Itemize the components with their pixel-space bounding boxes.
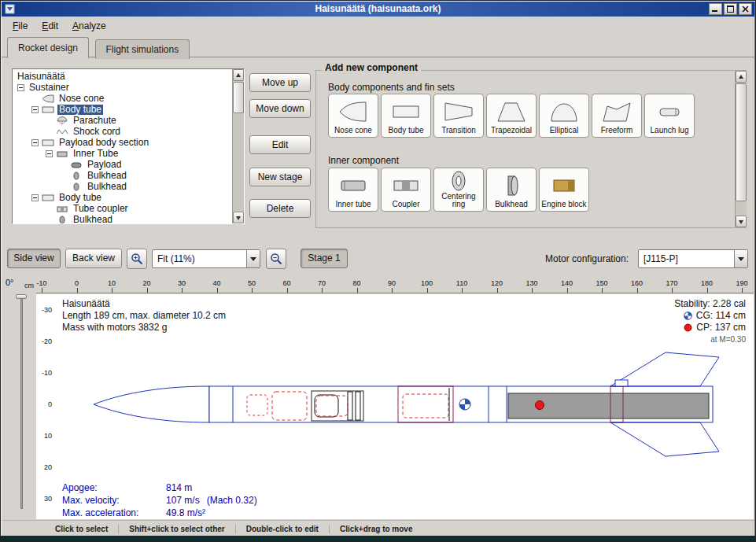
stage-1-toggle[interactable]: Stage 1 bbox=[301, 249, 348, 268]
body-tube-icon bbox=[390, 96, 422, 127]
add-centering-ring-button[interactable]: Centering ring bbox=[433, 168, 484, 212]
zoom-select[interactable]: Fit (11%) bbox=[152, 249, 260, 268]
ruler-tick bbox=[392, 288, 393, 293]
cp-icon bbox=[684, 323, 692, 332]
move-up-button[interactable]: Move up bbox=[249, 73, 311, 92]
velocity-value: 107 m/s bbox=[166, 495, 200, 506]
ruler-tick bbox=[147, 288, 148, 293]
mach-note: at M=0.30 bbox=[710, 334, 746, 345]
add-transition-button[interactable]: Transition bbox=[433, 94, 484, 138]
body-tube-icon bbox=[42, 105, 54, 114]
inner-tube-icon bbox=[337, 170, 369, 201]
add-nose-cone-button[interactable]: Nose cone bbox=[328, 94, 378, 138]
rocket-canvas[interactable]: -30-20-100102030 bbox=[36, 294, 754, 519]
h-ruler-label: 40 bbox=[212, 279, 220, 287]
tree-item-parachute[interactable]: Parachute bbox=[13, 115, 244, 126]
component-label: Inner tube bbox=[335, 201, 371, 209]
collapse-handle-icon[interactable] bbox=[17, 84, 24, 91]
tree-item-body-tube-2[interactable]: Body tube bbox=[13, 192, 244, 203]
add-bulkhead-button[interactable]: Bulkhead bbox=[486, 168, 537, 212]
component-label: Elliptical bbox=[550, 127, 579, 135]
tab-rocket-design[interactable]: Rocket design bbox=[7, 37, 89, 58]
window-bottom-edge bbox=[1, 536, 755, 541]
add-body-tube-button[interactable]: Body tube bbox=[381, 94, 431, 138]
scroll-up-icon[interactable] bbox=[233, 69, 244, 81]
tree-item-payload-body-section[interactable]: Payload body section bbox=[13, 137, 244, 148]
add-coupler-button[interactable]: Coupler bbox=[381, 168, 431, 212]
tube-coupler-icon bbox=[56, 205, 68, 213]
tree-item-inner-tube[interactable]: Inner Tube bbox=[13, 148, 244, 159]
title-bar[interactable]: Haisunäätä (haisunaata.ork) bbox=[2, 2, 754, 17]
add-freeform-fin-button[interactable]: Freeform bbox=[592, 94, 642, 138]
move-down-button[interactable]: Move down bbox=[249, 99, 311, 118]
chevron-down-icon[interactable] bbox=[734, 250, 747, 267]
component-label: Nose cone bbox=[334, 127, 372, 135]
zoom-in-button[interactable] bbox=[127, 249, 147, 269]
scroll-thumb[interactable] bbox=[736, 83, 747, 201]
menu-analyze[interactable]: Analyze bbox=[65, 18, 113, 34]
tree-item-bulkhead[interactable]: Bulkhead bbox=[13, 170, 244, 181]
menu-edit[interactable]: Edit bbox=[35, 18, 65, 34]
delete-button[interactable]: Delete bbox=[249, 199, 311, 218]
tree-item-label: Inner Tube bbox=[72, 149, 120, 159]
tree-item-bulkhead[interactable]: Bulkhead bbox=[13, 181, 244, 192]
add-trapezoidal-fin-button[interactable]: Trapezoidal bbox=[486, 94, 537, 138]
tree-scrollbar[interactable] bbox=[232, 69, 244, 223]
collapse-handle-icon[interactable] bbox=[46, 150, 53, 157]
tree-item-body-tube[interactable]: Body tube bbox=[13, 104, 244, 115]
side-view-button[interactable]: Side view bbox=[7, 249, 61, 268]
add-engine-block-button[interactable]: Engine block bbox=[539, 168, 589, 212]
tree-item-sustainer[interactable]: Sustainer bbox=[13, 82, 244, 93]
new-stage-button[interactable]: New stage bbox=[249, 168, 311, 186]
tree-item-shock-cord[interactable]: Shock cord bbox=[13, 126, 244, 137]
motor-configuration-value: [J115-P] bbox=[639, 250, 734, 267]
bulkhead-icon bbox=[70, 183, 83, 191]
h-ruler-label: 180 bbox=[701, 279, 713, 287]
collapse-handle-icon[interactable] bbox=[31, 194, 39, 201]
menu-file[interactable]: File bbox=[6, 18, 35, 34]
tab-flight-simulations[interactable]: Flight simulations bbox=[95, 39, 190, 59]
collapse-handle-icon[interactable] bbox=[31, 106, 39, 113]
tree-item-tube-coupler[interactable]: Tube coupler bbox=[13, 203, 244, 214]
motor-configuration-select[interactable]: [J115-P] bbox=[638, 249, 748, 268]
h-ruler-label: 160 bbox=[631, 279, 643, 287]
maximize-button[interactable] bbox=[724, 3, 737, 15]
close-button[interactable] bbox=[739, 3, 752, 15]
rocket-dimensions: Length 189 cm, max. diameter 10.2 cm bbox=[62, 310, 226, 322]
component-label: Coupler bbox=[392, 201, 419, 209]
cp-value: CP: 137 cm bbox=[696, 322, 746, 334]
tree-item-nose-cone[interactable]: Nose cone bbox=[13, 93, 244, 104]
zoom-out-button[interactable] bbox=[266, 249, 286, 269]
h-ruler-label: 110 bbox=[456, 279, 467, 287]
tree-item-payload[interactable]: Payload bbox=[13, 159, 244, 170]
scroll-up-icon[interactable] bbox=[736, 71, 747, 83]
minimize-button[interactable] bbox=[709, 3, 722, 15]
add-inner-tube-button[interactable]: Inner tube bbox=[328, 168, 378, 212]
rotation-slider-handle[interactable] bbox=[16, 294, 27, 299]
scroll-down-icon[interactable] bbox=[736, 216, 747, 227]
scroll-thumb[interactable] bbox=[233, 82, 244, 113]
ruler-tick bbox=[322, 288, 323, 293]
add-launch-lug-button[interactable]: Launch lug bbox=[644, 94, 695, 138]
component-tree[interactable]: Haisunäätä Sustainer Nose cone Body tube… bbox=[12, 68, 245, 224]
h-ruler-label: 70 bbox=[318, 279, 326, 287]
body-components-label: Body components and fin sets bbox=[328, 82, 455, 93]
chevron-down-icon[interactable] bbox=[246, 250, 260, 267]
component-panel-scrollbar[interactable] bbox=[735, 71, 747, 227]
tree-item-bulkhead-2[interactable]: Bulkhead bbox=[13, 214, 244, 224]
back-view-button[interactable]: Back view bbox=[65, 249, 122, 268]
window-menu-icon[interactable] bbox=[4, 3, 16, 15]
tree-item-label: Bulkhead bbox=[86, 171, 128, 181]
ruler-tick bbox=[112, 288, 112, 293]
tree-item-rocket[interactable]: Haisunäätä bbox=[13, 71, 244, 82]
freeform-fin-icon bbox=[601, 96, 632, 127]
rotation-slider-track[interactable] bbox=[20, 298, 23, 509]
ruler-tick bbox=[672, 288, 673, 293]
collapse-handle-icon[interactable] bbox=[31, 139, 39, 146]
edit-button[interactable]: Edit bbox=[249, 135, 311, 154]
scroll-down-icon[interactable] bbox=[233, 212, 244, 223]
h-ruler-label: 150 bbox=[596, 279, 607, 287]
acceleration-label: Max. acceleration: bbox=[62, 507, 166, 519]
add-component-title: Add new component bbox=[322, 62, 421, 73]
add-elliptical-fin-button[interactable]: Elliptical bbox=[539, 94, 589, 138]
